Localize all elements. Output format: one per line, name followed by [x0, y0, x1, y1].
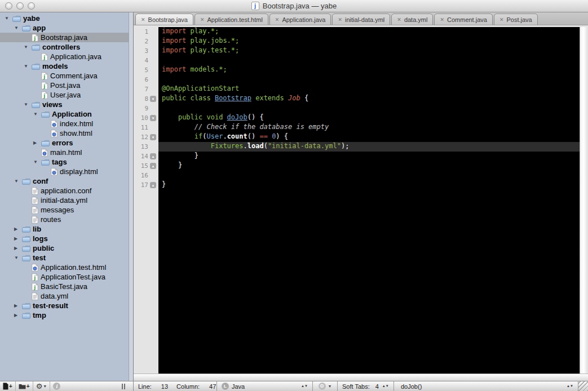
close-button[interactable]: [5, 2, 12, 10]
fold-start-icon[interactable]: ▾: [150, 115, 156, 121]
disclosure-open-icon[interactable]: ▼: [14, 179, 22, 184]
column-value: 47: [209, 383, 216, 390]
disclosure-closed-icon[interactable]: ▶: [33, 140, 41, 145]
disclosure-closed-icon[interactable]: ▶: [14, 246, 22, 251]
close-tab-icon[interactable]: ✕: [397, 17, 401, 23]
tab-Application.test.html[interactable]: ✕Application.test.html: [194, 14, 268, 25]
tree-item-views[interactable]: ▼views: [0, 100, 128, 109]
minimize-button[interactable]: [16, 2, 24, 10]
tree-item-tmp[interactable]: ▶tmp: [0, 310, 128, 320]
drawer-resize-grip[interactable]: [122, 384, 125, 389]
tree-item-logs[interactable]: ▶logs: [0, 234, 128, 243]
new-file-button[interactable]: +: [0, 381, 16, 391]
drawer-scrollbar[interactable]: [129, 12, 133, 381]
new-folder-button[interactable]: +: [16, 381, 33, 391]
tree-item-display.html[interactable]: display.html: [0, 167, 128, 176]
tree-item-test-result[interactable]: ▶test-result: [0, 301, 128, 310]
fold-spacer: [150, 172, 156, 179]
fold-end-icon[interactable]: ▴: [150, 182, 156, 188]
tree-item-main.html[interactable]: main.html: [0, 148, 128, 157]
tree-item-application.conf[interactable]: application.conf: [0, 186, 128, 196]
disclosure-open-icon[interactable]: ▼: [24, 102, 32, 107]
bundle-actions-button[interactable]: ⚙ ▼: [313, 381, 338, 391]
tree-item-conf[interactable]: ▼conf: [0, 176, 128, 186]
close-tab-icon[interactable]: ✕: [440, 17, 444, 23]
tree-item-errors[interactable]: ▶errors: [0, 138, 128, 148]
tree-item-ApplicationTest.java[interactable]: jApplicationTest.java: [0, 272, 128, 282]
horizontal-scrollbar[interactable]: [134, 374, 588, 381]
fold-spacer: [150, 144, 156, 150]
tab-initial-data.yml[interactable]: ✕initial-data.yml: [332, 14, 390, 25]
tree-item-User.java[interactable]: jUser.java: [0, 90, 128, 100]
tree-item-messages[interactable]: messages: [0, 205, 128, 215]
language-popup[interactable]: L Java ▲▼: [217, 381, 313, 391]
close-tab-icon[interactable]: ✕: [200, 17, 205, 23]
disclosure-open-icon[interactable]: ▼: [24, 64, 32, 69]
disclosure-closed-icon[interactable]: ▶: [14, 226, 22, 232]
disclosure-open-icon[interactable]: ▼: [5, 16, 12, 21]
disclosure-open-icon[interactable]: ▼: [14, 25, 22, 30]
tree-item-index.html[interactable]: index.html: [0, 119, 128, 128]
disclosure-closed-icon[interactable]: ▶: [14, 313, 22, 318]
project-drawer: ▼yabe▼appjBootstrap.java▼controllersjApp…: [0, 12, 134, 381]
tab-label: Comment.java: [447, 16, 487, 23]
code-line-1: import play.*;: [158, 27, 580, 37]
symbol-popup[interactable]: doJob() ▲▼: [394, 381, 578, 391]
tab-Bootstrap.java[interactable]: ✕Bootstrap.java: [135, 14, 193, 25]
tree-item-Application[interactable]: ▼Application: [0, 109, 128, 119]
vertical-scrollbar[interactable]: [580, 27, 588, 374]
close-tab-icon[interactable]: ✕: [338, 17, 342, 23]
tree-item-label: Bootstrap.java: [41, 33, 87, 42]
line-number-gutter: 12345678▾910▾1112▾1314▴15▴1617▴: [134, 27, 158, 374]
new-file-icon: [3, 383, 8, 390]
tree-item-Application.java[interactable]: jApplication.java: [0, 52, 128, 61]
tab-Application.java[interactable]: ✕Application.java: [269, 14, 331, 25]
text-file-icon: [32, 206, 38, 214]
tree-item-routes[interactable]: routes: [0, 215, 128, 224]
tree-item-Post.java[interactable]: jPost.java: [0, 81, 128, 90]
tree-item-Comment.java[interactable]: jComment.java: [0, 71, 128, 81]
tab-data.yml[interactable]: ✕data.yml: [391, 14, 433, 25]
tree-item-app[interactable]: ▼app: [0, 23, 128, 33]
tab-size-popup[interactable]: Soft Tabs: 4 ▲▼: [338, 381, 394, 391]
tab-Comment.java[interactable]: ✕Comment.java: [434, 14, 492, 25]
code-editor[interactable]: import play.*;import play.jobs.*;import …: [158, 27, 580, 374]
tab-label: initial-data.yml: [345, 16, 384, 23]
tree-item-models[interactable]: ▼models: [0, 61, 128, 71]
fold-end-icon[interactable]: ▴: [150, 153, 156, 159]
tree-item-tags[interactable]: ▼tags: [0, 157, 128, 167]
info-button[interactable]: i: [50, 381, 63, 391]
tree-item-yabe[interactable]: ▼yabe: [0, 14, 128, 23]
fold-start-icon[interactable]: ▾: [150, 96, 156, 102]
disclosure-open-icon[interactable]: ▼: [24, 45, 32, 50]
window-resize-grip[interactable]: [578, 381, 588, 391]
fold-start-icon[interactable]: ▾: [150, 134, 156, 140]
fold-end-icon[interactable]: ▴: [150, 163, 156, 169]
close-tab-icon[interactable]: ✕: [275, 17, 280, 23]
tree-item-data.yml[interactable]: data.yml: [0, 291, 128, 301]
fold-spacer: [150, 67, 156, 73]
disclosure-closed-icon[interactable]: ▶: [14, 236, 22, 241]
tree-item-lib[interactable]: ▶lib: [0, 224, 128, 234]
tree-item-BasicTest.java[interactable]: jBasicTest.java: [0, 282, 128, 291]
tree-item-show.html[interactable]: show.html: [0, 128, 128, 138]
tree-item-controllers[interactable]: ▼controllers: [0, 42, 128, 52]
tree-item-Bootstrap.java[interactable]: jBootstrap.java: [0, 33, 133, 42]
java-file-icon: j: [32, 283, 38, 291]
disclosure-closed-icon[interactable]: ▶: [14, 303, 22, 308]
tree-item-Application.test.html[interactable]: Application.test.html: [0, 263, 128, 272]
disclosure-open-icon[interactable]: ▼: [33, 112, 41, 117]
close-tab-icon[interactable]: ✕: [499, 17, 504, 23]
zoom-button[interactable]: [28, 2, 35, 10]
tree-item-test[interactable]: ▼test: [0, 253, 128, 263]
line-number: 9: [134, 105, 148, 112]
close-tab-icon[interactable]: ✕: [141, 17, 145, 23]
tree-item-public[interactable]: ▶public: [0, 243, 128, 253]
line-number: 13: [134, 143, 148, 150]
disclosure-open-icon[interactable]: ▼: [14, 255, 22, 260]
actions-menu-button[interactable]: ⚙▼: [33, 381, 51, 391]
tree-item-initial-data.yml[interactable]: initial-data.yml: [0, 196, 128, 205]
tab-Post.java[interactable]: ✕Post.java: [494, 14, 538, 25]
file-tree: ▼yabe▼appjBootstrap.java▼controllersjApp…: [0, 14, 128, 320]
disclosure-open-icon[interactable]: ▼: [33, 159, 41, 165]
